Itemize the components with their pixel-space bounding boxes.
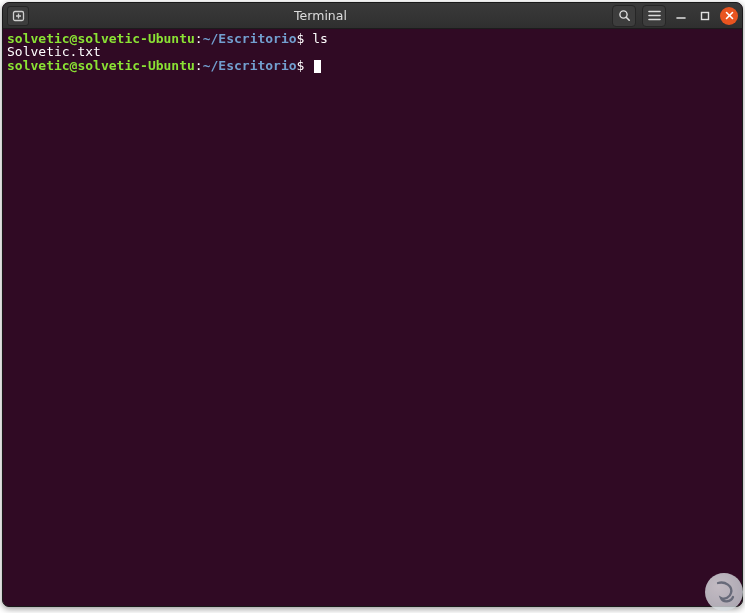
svg-rect-9 <box>702 12 709 19</box>
search-icon <box>618 9 631 22</box>
prompt-sep: : <box>195 58 203 73</box>
cursor <box>314 60 321 73</box>
prompt-path: ~/Escritorio <box>203 58 297 73</box>
maximize-button[interactable] <box>696 7 714 25</box>
terminal-window: Terminal <box>2 2 743 607</box>
maximize-icon <box>700 11 710 21</box>
minimize-icon <box>676 11 686 21</box>
watermark-icon <box>711 579 737 605</box>
prompt-user: solvetic@solvetic-Ubuntu <box>7 58 195 73</box>
window-title: Terminal <box>29 8 612 23</box>
terminal-line: solvetic@solvetic-Ubuntu:~/Escritorio$ l… <box>7 32 738 45</box>
titlebar: Terminal <box>3 3 742 29</box>
titlebar-right <box>612 5 738 27</box>
terminal-line: solvetic@solvetic-Ubuntu:~/Escritorio$ <box>7 59 738 73</box>
terminal-line: Solvetic.txt <box>7 45 738 58</box>
svg-line-4 <box>626 17 629 20</box>
command-text: ls <box>312 31 328 46</box>
new-tab-button[interactable] <box>7 6 29 26</box>
prompt-sep: : <box>195 31 203 46</box>
menu-button[interactable] <box>642 5 666 27</box>
close-button[interactable] <box>720 7 738 25</box>
prompt-path: ~/Escritorio <box>203 31 297 46</box>
new-tab-icon <box>12 10 25 22</box>
minimize-button[interactable] <box>672 7 690 25</box>
prompt-end: $ <box>297 58 305 73</box>
search-button[interactable] <box>612 5 636 27</box>
titlebar-left <box>7 6 29 26</box>
prompt-end: $ <box>297 31 305 46</box>
close-icon <box>725 11 734 20</box>
watermark-logo <box>705 573 743 611</box>
terminal-body[interactable]: solvetic@solvetic-Ubuntu:~/Escritorio$ l… <box>3 29 742 76</box>
hamburger-icon <box>648 10 661 21</box>
